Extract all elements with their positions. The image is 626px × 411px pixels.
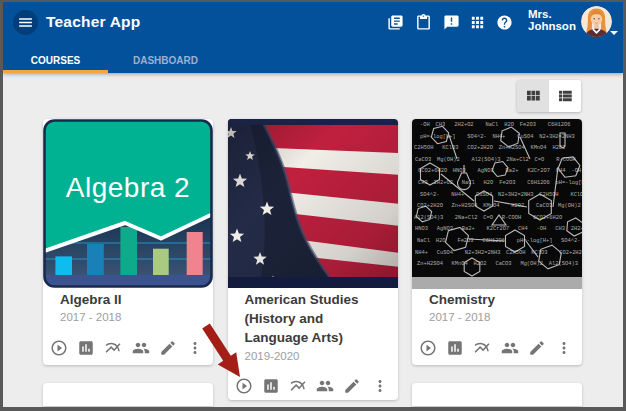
svg-text:pH=-log[H+]: pH=-log[H+] <box>556 180 582 186</box>
svg-text:N2+3H2=2NH3: N2+3H2=2NH3 <box>539 134 575 140</box>
svg-text:Al2(SO4)3: Al2(SO4)3 <box>549 261 578 267</box>
svg-text:H2O2: H2O2 <box>552 145 565 151</box>
svg-text:SO4^2-: SO4^2- <box>561 238 580 244</box>
svg-text:KClO3: KClO3 <box>570 192 582 198</box>
svg-text:N2+3H2=2NH3: N2+3H2=2NH3 <box>465 250 501 256</box>
svg-text:CO2+2H2O: CO2+2H2O <box>467 145 493 151</box>
svg-text:CaCO3: CaCO3 <box>415 157 431 163</box>
svg-text:H2O: H2O <box>484 180 494 186</box>
svg-text:HNO3: HNO3 <box>415 226 428 232</box>
svg-text:2H2+O2: 2H2+O2 <box>454 122 473 128</box>
svg-text:C=O: C=O <box>483 215 493 221</box>
svg-text:Al2(SO4)3: Al2(SO4)3 <box>471 157 500 163</box>
svg-text:CH4: CH4 <box>518 226 528 232</box>
svg-text:CuSO4: CuSO4 <box>437 250 453 256</box>
svg-text:Fe2O3: Fe2O3 <box>499 180 515 186</box>
svg-text:H2O: H2O <box>436 238 446 244</box>
svg-text:Zn+H2SO4: Zn+H2SO4 <box>452 203 478 209</box>
svg-text:CO2+2H2O: CO2+2H2O <box>559 250 582 256</box>
svg-text:2Na+Cl2: 2Na+Cl2 <box>455 215 478 221</box>
svg-text:2Na+Cl2: 2Na+Cl2 <box>506 157 529 163</box>
svg-text:KClO3: KClO3 <box>442 145 458 151</box>
svg-text:SO4^2-: SO4^2- <box>420 192 439 198</box>
svg-text:K2Cr2O7: K2Cr2O7 <box>527 168 550 174</box>
svg-text:-OH: -OH <box>537 226 547 232</box>
svg-text:CO2+2H2O: CO2+2H2O <box>417 203 443 209</box>
svg-text:NH4+: NH4+ <box>492 134 505 140</box>
svg-text:C2H5OH: C2H5OH <box>506 250 525 256</box>
svg-text:AgNO3: AgNO3 <box>478 168 494 174</box>
svg-text:SO4^2-: SO4^2- <box>467 134 486 140</box>
svg-text:CaCO3: CaCO3 <box>495 261 511 267</box>
svg-text:CaCO3: CaCO3 <box>536 203 552 209</box>
svg-text:6CO2+6H2O: 6CO2+6H2O <box>418 168 447 174</box>
svg-text:K2Cr2O7: K2Cr2O7 <box>487 226 510 232</box>
svg-text:Mg(OH)2: Mg(OH)2 <box>558 203 581 209</box>
svg-text:2H2+O2: 2H2+O2 <box>571 226 582 232</box>
svg-text:NaCl: NaCl <box>417 238 430 244</box>
svg-text:Algebra 2: Algebra 2 <box>66 172 190 203</box>
svg-text:KMnO4: KMnO4 <box>530 145 546 151</box>
svg-text:CH3: CH3 <box>555 226 565 232</box>
svg-text:C6H12O6: C6H12O6 <box>527 180 550 186</box>
svg-text:Zn+H2SO4: Zn+H2SO4 <box>417 261 443 267</box>
svg-text:H2O: H2O <box>504 122 514 128</box>
svg-text:pH=-log[H+]: pH=-log[H+] <box>517 238 553 244</box>
svg-text:N2+3H2=2NH3: N2+3H2=2NH3 <box>498 192 534 198</box>
svg-text:NaCl: NaCl <box>485 122 498 128</box>
svg-text:C=O: C=O <box>535 157 545 163</box>
svg-text:-OH: -OH <box>420 122 430 128</box>
svg-text:Fe2O3: Fe2O3 <box>520 122 536 128</box>
svg-text:R-COOH: R-COOH <box>502 215 521 221</box>
svg-text:C2H5OH: C2H5OH <box>414 145 433 151</box>
svg-text:AgNO3: AgNO3 <box>437 226 453 232</box>
svg-text:NH4+: NH4+ <box>415 250 428 256</box>
svg-text:NaCl: NaCl <box>462 180 475 186</box>
svg-text:NH4+: NH4+ <box>451 192 464 198</box>
svg-text:C6H12O6: C6H12O6 <box>548 122 571 128</box>
